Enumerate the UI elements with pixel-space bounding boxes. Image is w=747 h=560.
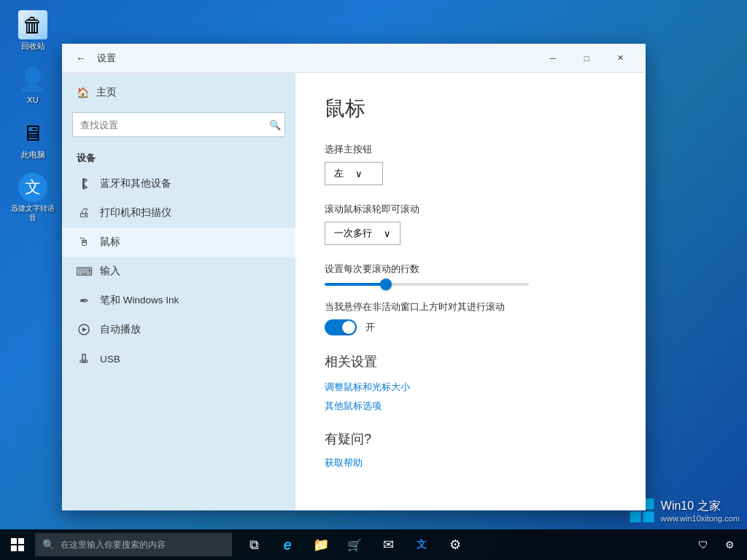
win10-title: Win10 之家 bbox=[661, 499, 740, 514]
mail-button[interactable]: ✉ bbox=[372, 529, 404, 560]
related-title: 相关设置 bbox=[325, 353, 616, 370]
settings-window: ← 设置 ─ □ ✕ 🏠 主页 🔍 设备 bbox=[62, 44, 646, 510]
inactive-scroll-section: 当我悬停在非活动窗口上方时对其进行滚动 开 bbox=[325, 300, 616, 335]
task-view-button[interactable]: ⧉ bbox=[238, 529, 270, 560]
shield-tray-icon: 🛡 bbox=[698, 539, 708, 551]
scroll-label: 滚动鼠标滚轮即可滚动 bbox=[325, 203, 616, 216]
tray-settings-icon[interactable]: ⚙ bbox=[718, 529, 741, 560]
toggle-row: 开 bbox=[325, 319, 616, 335]
bluetooth-icon bbox=[77, 176, 91, 191]
user-folder-icon[interactable]: 👤 XU bbox=[7, 61, 58, 108]
recycle-bin-img: 🗑 bbox=[18, 10, 47, 39]
usb-icon bbox=[77, 351, 91, 366]
dropdown-chevron-icon: ∨ bbox=[355, 168, 363, 179]
minimize-button[interactable]: ─ bbox=[536, 47, 570, 70]
sidebar-section-title: 设备 bbox=[62, 143, 295, 169]
sidebar-home[interactable]: 🏠 主页 bbox=[62, 79, 295, 106]
scroll-section: 滚动鼠标滚轮即可滚动 一次多行 ∨ bbox=[325, 203, 616, 245]
taskbar-search[interactable]: 🔍 在这里输入你要搜索的内容 bbox=[35, 533, 232, 556]
get-help-link[interactable]: 获取帮助 bbox=[325, 456, 616, 470]
app-shortcut-img: 文 bbox=[18, 173, 47, 202]
edge-button[interactable]: e bbox=[271, 529, 303, 560]
app-shortcut-icon[interactable]: 文 迅捷文字转语音 bbox=[7, 170, 58, 225]
printer-icon: 🖨 bbox=[77, 206, 91, 220]
keyboard-icon: ⌨ bbox=[77, 264, 91, 279]
gear-tray-icon: ⚙ bbox=[725, 539, 735, 551]
faq-title: 有疑问? bbox=[325, 430, 616, 448]
svg-rect-10 bbox=[11, 538, 17, 544]
my-computer-icon[interactable]: 🖥 此电脑 bbox=[7, 116, 58, 163]
faq-section: 有疑问? 获取帮助 bbox=[325, 430, 616, 470]
search-icon: 🔍 bbox=[269, 120, 281, 131]
ai-label: Ai bbox=[316, 539, 325, 551]
svg-rect-13 bbox=[18, 545, 24, 551]
related-link-cursor-size[interactable]: 调整鼠标和光标大小 bbox=[325, 381, 616, 394]
primary-button-section: 选择主按钮 左 ∨ bbox=[325, 143, 616, 185]
main-content: 鼠标 选择主按钮 左 ∨ 滚动鼠标滚轮即可滚动 一次多行 ∨ bbox=[295, 73, 646, 510]
close-button[interactable]: ✕ bbox=[603, 47, 637, 70]
sidebar-item-input[interactable]: ⌨ 输入 bbox=[62, 257, 295, 286]
slider-fill bbox=[325, 283, 386, 286]
pen-label: 笔和 Windows Ink bbox=[100, 294, 179, 307]
inactive-scroll-label: 当我悬停在非活动窗口上方时对其进行滚动 bbox=[325, 300, 616, 314]
start-icon bbox=[10, 537, 25, 552]
app1-button[interactable]: 文 bbox=[406, 529, 438, 560]
slider-thumb[interactable] bbox=[380, 279, 392, 290]
mouse-icon: 🖱 bbox=[77, 235, 91, 249]
ai-button[interactable]: Ai bbox=[303, 529, 338, 560]
bluetooth-label: 蓝牙和其他设备 bbox=[100, 177, 171, 190]
user-folder-img: 👤 bbox=[18, 64, 47, 93]
primary-button-label: 选择主按钮 bbox=[325, 143, 616, 156]
window-body: 🏠 主页 🔍 设备 蓝牙和其他设备 🖨 打印机和扫描仪 bbox=[62, 73, 646, 510]
usb-label: USB bbox=[100, 354, 120, 365]
store-icon: 🛒 bbox=[347, 538, 362, 552]
svg-rect-11 bbox=[18, 538, 24, 544]
back-button[interactable]: ← bbox=[71, 48, 91, 69]
home-label: 主页 bbox=[96, 86, 117, 99]
lines-label: 设置每次要滚动的行数 bbox=[325, 262, 616, 276]
page-title: 鼠标 bbox=[325, 95, 616, 122]
mouse-label: 鼠标 bbox=[100, 236, 120, 249]
store-button[interactable]: 🛒 bbox=[338, 529, 371, 560]
home-icon: 🏠 bbox=[77, 87, 89, 98]
tray-icon-1[interactable]: 🛡 bbox=[692, 529, 715, 560]
primary-button-dropdown[interactable]: 左 ∨ bbox=[325, 162, 383, 185]
related-link-mouse-options[interactable]: 其他鼠标选项 bbox=[325, 400, 616, 413]
toggle-state-label: 开 bbox=[365, 321, 375, 334]
slider-row bbox=[325, 283, 616, 286]
my-computer-img: 🖥 bbox=[18, 119, 47, 148]
sidebar-item-printers[interactable]: 🖨 打印机和扫描仪 bbox=[62, 198, 295, 228]
app-shortcut-label: 迅捷文字转语音 bbox=[11, 203, 55, 222]
printers-label: 打印机和扫描仪 bbox=[100, 206, 171, 219]
recycle-bin-label: 回收站 bbox=[21, 41, 45, 51]
svg-rect-12 bbox=[11, 545, 17, 551]
scroll-value: 一次多行 bbox=[334, 227, 372, 240]
desktop-icons-container: 🗑 回收站 👤 XU 🖥 此电脑 文 迅捷文字转语音 bbox=[7, 7, 58, 225]
desktop: 🗑 回收站 👤 XU 🖥 此电脑 文 迅捷文字转语音 Win10 之家 www.… bbox=[0, 0, 747, 560]
pen-icon: ✒ bbox=[77, 293, 91, 308]
primary-button-value: 左 bbox=[334, 167, 344, 180]
svg-rect-2 bbox=[630, 512, 640, 523]
settings-button[interactable]: ⚙ bbox=[439, 529, 471, 560]
inactive-scroll-toggle[interactable] bbox=[325, 319, 357, 335]
sidebar-item-bluetooth[interactable]: 蓝牙和其他设备 bbox=[62, 169, 295, 198]
window-titlebar: ← 设置 ─ □ ✕ bbox=[62, 44, 646, 73]
scroll-dropdown[interactable]: 一次多行 ∨ bbox=[325, 222, 400, 245]
maximize-button[interactable]: □ bbox=[570, 47, 603, 70]
autoplay-icon bbox=[77, 322, 91, 337]
taskbar-search-icon: 🔍 bbox=[42, 539, 55, 551]
taskbar: 🔍 在这里输入你要搜索的内容 ⧉ e 📁 🛒 ✉ 文 ⚙ bbox=[0, 529, 747, 560]
search-input[interactable] bbox=[72, 112, 285, 137]
recycle-bin-icon[interactable]: 🗑 回收站 bbox=[7, 7, 58, 54]
start-button[interactable] bbox=[0, 529, 35, 560]
sidebar-item-usb[interactable]: USB bbox=[62, 344, 295, 373]
sidebar-item-pen[interactable]: ✒ 笔和 Windows Ink bbox=[62, 286, 295, 315]
window-title: 设置 bbox=[97, 52, 116, 65]
mail-icon: ✉ bbox=[383, 537, 394, 553]
user-folder-label: XU bbox=[27, 95, 38, 105]
slider-track[interactable] bbox=[325, 283, 529, 286]
sidebar-item-autoplay[interactable]: 自动播放 bbox=[62, 315, 295, 344]
scroll-dropdown-chevron-icon: ∨ bbox=[384, 228, 391, 239]
sidebar-item-mouse[interactable]: 🖱 鼠标 bbox=[62, 228, 295, 257]
svg-rect-3 bbox=[643, 512, 654, 523]
